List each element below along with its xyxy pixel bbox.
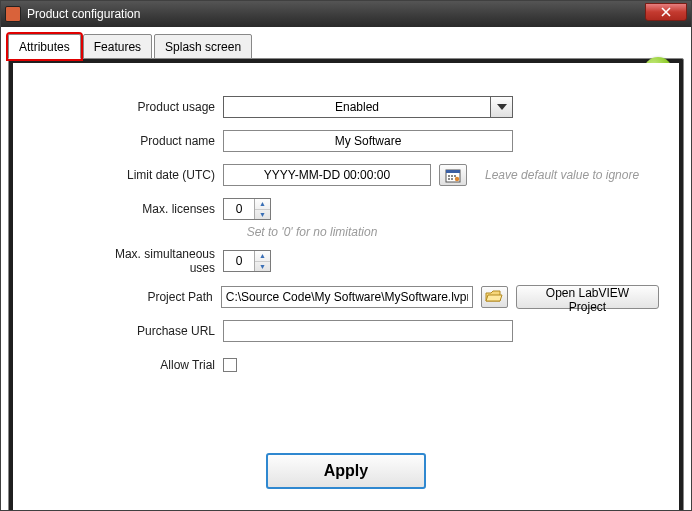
tab-attributes[interactable]: Attributes <box>8 34 81 59</box>
svg-point-7 <box>455 177 459 181</box>
tab-bar: Attributes Features Splash screen <box>8 34 684 59</box>
limit-date-hint: Leave default value to ignore <box>485 168 639 182</box>
svg-rect-1 <box>446 170 460 173</box>
window-title: Product configuration <box>27 7 140 21</box>
limit-date-label: Limit date (UTC) <box>113 168 223 182</box>
spin-up-icon[interactable]: ▲ <box>255 251 270 262</box>
tab-features[interactable]: Features <box>83 34 152 59</box>
max-licenses-label: Max. licenses <box>113 202 223 216</box>
panel: ? Product usage Enabled Produc <box>8 58 684 511</box>
product-name-input[interactable] <box>223 130 513 152</box>
spin-down-icon[interactable]: ▼ <box>255 210 270 220</box>
open-labview-project-button[interactable]: Open LabVIEW Project <box>516 285 659 309</box>
project-path-input[interactable] <box>221 286 473 308</box>
calendar-icon <box>445 167 461 183</box>
calendar-button[interactable] <box>439 164 467 186</box>
purchase-url-label: Purchase URL <box>113 324 223 338</box>
close-icon <box>661 7 671 17</box>
max-simul-label: Max. simultaneous uses <box>93 247 223 275</box>
max-licenses-hint: Set to '0' for no limitation <box>247 225 378 239</box>
chevron-down-icon <box>490 97 512 117</box>
product-usage-label: Product usage <box>113 100 223 114</box>
browse-folder-button[interactable] <box>481 286 508 308</box>
max-simul-stepper[interactable]: ▲▼ <box>223 250 271 272</box>
folder-icon <box>485 290 503 304</box>
svg-rect-3 <box>451 175 453 177</box>
title-bar: Product configuration <box>1 1 691 27</box>
allow-trial-checkbox[interactable] <box>223 358 237 372</box>
product-usage-select[interactable]: Enabled <box>223 96 513 118</box>
apply-button[interactable]: Apply <box>266 453 426 489</box>
max-simul-value[interactable] <box>224 251 254 271</box>
product-name-label: Product name <box>113 134 223 148</box>
svg-rect-4 <box>454 175 456 177</box>
attributes-form: Product usage Enabled Product name <box>113 95 659 387</box>
app-icon <box>5 6 21 22</box>
max-licenses-stepper[interactable]: ▲▼ <box>223 198 271 220</box>
close-button[interactable] <box>645 3 687 21</box>
project-path-label: Project Path <box>113 290 221 304</box>
svg-rect-5 <box>448 178 450 180</box>
tab-splash-screen[interactable]: Splash screen <box>154 34 252 59</box>
purchase-url-input[interactable] <box>223 320 513 342</box>
max-licenses-value[interactable] <box>224 199 254 219</box>
spin-up-icon[interactable]: ▲ <box>255 199 270 210</box>
limit-date-input[interactable] <box>223 164 431 186</box>
allow-trial-label: Allow Trial <box>113 358 223 372</box>
svg-rect-6 <box>451 178 453 180</box>
spin-down-icon[interactable]: ▼ <box>255 262 270 272</box>
svg-rect-2 <box>448 175 450 177</box>
